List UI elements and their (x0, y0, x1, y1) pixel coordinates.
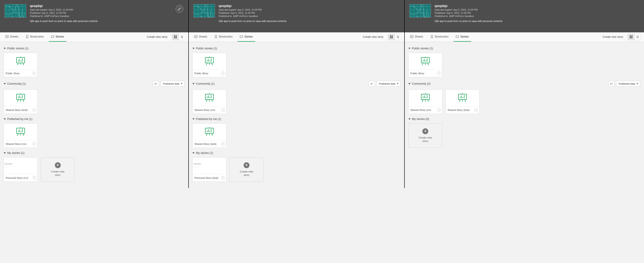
section-toggle[interactable]: Public stories (1) (192, 47, 217, 50)
story-card[interactable]: Shared Story (rvr) i (192, 89, 226, 114)
tab-sheets[interactable]: Sheets (408, 32, 425, 42)
info-icon[interactable]: i (474, 108, 478, 112)
svg-rect-61 (392, 35, 393, 37)
svg-line-32 (18, 100, 18, 102)
app-meta-published: Published: Sep 5, 2023, 11:04 PM (434, 11, 502, 14)
story-card[interactable]: Shared Story (bob) i (192, 123, 226, 148)
tab-sheets[interactable]: Sheets (3, 32, 20, 42)
svg-rect-88 (205, 128, 214, 134)
section-toggle[interactable]: Community (2) (408, 82, 430, 85)
sort-field-select[interactable]: Published date (616, 81, 640, 87)
plus-icon: + (422, 128, 428, 134)
grid-view-button[interactable] (628, 34, 634, 40)
create-story-card[interactable]: + Create newstory (41, 157, 75, 182)
story-card[interactable]: Public Story i (192, 53, 226, 77)
svg-point-100 (424, 13, 424, 13)
app-meta-loaded: Data last loaded: Sep 5, 2023, 11:04 PM (219, 8, 286, 11)
info-icon[interactable]: i (32, 176, 36, 180)
story-card[interactable]: Hello World!………………… … Personal Story (bo… (192, 157, 226, 182)
create-story-link[interactable]: Create new story (360, 35, 386, 38)
app-description: Qlik app to push from on prem to saas wi… (30, 20, 98, 22)
tab-sheets[interactable]: Sheets (192, 32, 210, 42)
svg-rect-67 (205, 57, 214, 63)
app-thumbnail (4, 4, 26, 18)
list-view-button[interactable] (634, 34, 640, 40)
story-card[interactable]: Public Story i (408, 53, 442, 77)
chevron-down-icon (408, 83, 410, 84)
svg-line-90 (212, 134, 212, 136)
app-description: Qlik app to push from on prem to saas wi… (434, 20, 502, 22)
info-icon[interactable]: i (221, 176, 225, 180)
story-card[interactable]: Hello World!………………… … Personal Story (rv… (4, 157, 38, 182)
section-toggle[interactable]: Published by me (1) (4, 117, 32, 121)
grid-view-button[interactable] (388, 34, 394, 40)
section-toggle[interactable]: Published by me (1) (192, 117, 221, 121)
tab-stories[interactable]: Stories (454, 32, 471, 42)
create-story-card[interactable]: + Create newstory (230, 157, 264, 182)
svg-line-21 (23, 63, 24, 65)
section-toggle[interactable]: Public stories (1) (4, 47, 28, 50)
info-icon[interactable]: i (221, 71, 225, 75)
story-card[interactable]: Shared Story (bob) i (4, 89, 38, 114)
app-meta-published-to: Published to: QMP OnPrem Sandbox (219, 14, 286, 18)
app-header: qsop2qc Data last loaded: Sep 5, 2023, 1… (189, 0, 404, 32)
info-icon[interactable]: i (437, 71, 441, 75)
create-story-label: Create newstory (240, 170, 253, 177)
tab-bookmarks[interactable]: Bookmarks (428, 32, 451, 42)
chevron-down-icon (192, 152, 195, 154)
story-thumb (408, 90, 442, 106)
sort-field-select[interactable]: Published date (160, 81, 185, 87)
create-story-card[interactable]: + Create newstory (408, 123, 442, 148)
section-toggle[interactable]: My stories (1) (4, 151, 24, 155)
svg-line-89 (206, 134, 207, 136)
svg-rect-13 (176, 35, 177, 37)
info-icon[interactable]: i (32, 142, 36, 146)
list-view-button[interactable] (178, 34, 185, 40)
list-view-button[interactable] (394, 34, 401, 40)
sort-direction-button[interactable] (608, 81, 615, 87)
create-story-link[interactable]: Create new story (600, 35, 626, 38)
story-card[interactable]: Public Story i (4, 53, 38, 77)
chevron-down-icon (408, 48, 410, 49)
grid-view-button[interactable] (172, 34, 178, 40)
section-toggle[interactable]: Community (1) (4, 82, 26, 85)
svg-line-138 (465, 100, 466, 102)
svg-rect-108 (630, 35, 631, 37)
section-toggle[interactable]: My stories (0) (408, 117, 429, 121)
app-meta-published-to: Published to: QMP OnPrem Sandbox (30, 14, 98, 18)
tabs-bar: Sheets Bookmarks Stories Create new stor… (405, 32, 644, 42)
section-toggle[interactable]: Community (1) (192, 82, 214, 85)
info-icon[interactable]: i (32, 71, 36, 75)
svg-rect-127 (421, 94, 430, 100)
sort-field-select[interactable]: Published date (376, 81, 401, 87)
svg-line-69 (212, 63, 212, 65)
app-title: qsop2qc (434, 4, 502, 8)
svg-rect-15 (176, 37, 177, 38)
tab-bookmarks[interactable]: Bookmarks (23, 32, 46, 42)
story-thumb (4, 90, 38, 106)
svg-rect-49 (194, 4, 215, 17)
tab-stories[interactable]: Stories (49, 32, 66, 42)
tab-bookmarks[interactable]: Bookmarks (212, 32, 235, 42)
info-icon[interactable]: i (437, 108, 441, 112)
info-icon[interactable]: i (221, 142, 225, 146)
sort-direction-button[interactable] (153, 81, 159, 87)
story-card-label: Personal Story (rvr) i (4, 174, 38, 182)
app-title: qsop2qc (219, 4, 286, 8)
section-toggle[interactable]: My stories (1) (192, 151, 213, 155)
story-card[interactable]: Shared Story (rvr) i (408, 89, 442, 114)
create-story-link[interactable]: Create new story (144, 35, 170, 38)
story-card-label: Shared Story (rvr) i (408, 106, 442, 114)
edit-button[interactable] (176, 5, 183, 13)
tab-stories[interactable]: Stories (238, 32, 255, 42)
content-area: Public stories (1) Public Story i Commun… (189, 42, 404, 188)
info-icon[interactable]: i (221, 108, 225, 112)
info-icon[interactable]: i (32, 108, 36, 112)
story-card[interactable]: Shared Story (bob) i (446, 89, 480, 114)
section-toggle[interactable]: Public stories (1) (408, 47, 433, 50)
svg-rect-63 (392, 37, 393, 38)
story-thumb (192, 124, 226, 140)
sort-direction-button[interactable] (369, 81, 375, 87)
story-card[interactable]: Shared Story (rvr) i (4, 123, 38, 148)
svg-rect-9 (51, 36, 54, 37)
